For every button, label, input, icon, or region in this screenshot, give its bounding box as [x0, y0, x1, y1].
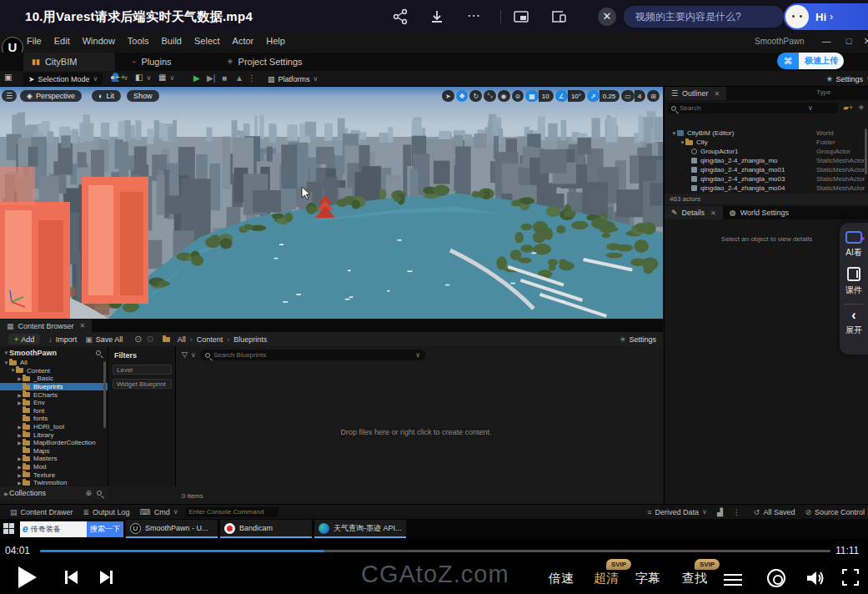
tree-item[interactable]: ▶Mod	[0, 463, 108, 471]
tree-item[interactable]: ▶Masters	[0, 455, 108, 463]
taskbar-item-weather-api[interactable]: 天气查询-墨迹 API...	[314, 520, 406, 538]
world-space-icon[interactable]: ◉	[498, 90, 510, 102]
tree-item[interactable]: ▶ECharts	[0, 390, 108, 399]
close-tab-icon[interactable]: ✕	[80, 322, 86, 330]
console-command-input[interactable]: Enter Console Command	[185, 507, 278, 517]
outliner-row[interactable]: ▼ City Folder	[665, 138, 865, 147]
menu-help[interactable]: Help	[266, 36, 285, 46]
menu-window[interactable]: Window	[83, 36, 115, 46]
ai-watch-button[interactable]: AI看	[840, 231, 868, 259]
playback-speed-button[interactable]: 倍速	[549, 571, 574, 586]
new-folder-icon[interactable]: ▰+	[843, 103, 853, 112]
tree-item[interactable]: ▶Library	[0, 430, 108, 439]
tab-content-browser[interactable]: ▦ Content Browser ✕	[0, 320, 92, 332]
move-tool-icon[interactable]: ✥	[456, 90, 469, 102]
show-dropdown[interactable]: Show	[127, 90, 159, 102]
close-tab-icon[interactable]: ✕	[715, 90, 720, 98]
expander-icon[interactable]: ▼	[680, 140, 685, 145]
scale-tool-icon[interactable]: ⤡	[484, 90, 495, 102]
outliner-row[interactable]: qingdao_2-4_zhangla_mo StaticMeshActor	[665, 156, 865, 165]
selection-mode-dropdown[interactable]: ➤ Selection Mode ∨	[23, 73, 103, 85]
assistant-pill[interactable]: Hi ›	[784, 3, 868, 30]
mini-player-icon[interactable]	[550, 8, 567, 25]
search-go-button[interactable]: 搜索一下	[87, 521, 123, 537]
scale-snap-value[interactable]: 0.25	[600, 90, 620, 102]
content-drawer-button[interactable]: ▤ Content Drawer	[10, 508, 73, 516]
tree-item[interactable]: ▼All	[0, 359, 108, 367]
tab-outliner[interactable]: ☰ Outliner ✕	[665, 87, 726, 100]
grid-snap-icon[interactable]: ▦	[525, 90, 539, 102]
derived-data-button[interactable]: ≡ Derived Data ∨	[647, 508, 707, 516]
menu-edit[interactable]: Edit	[54, 36, 70, 46]
tab-details[interactable]: ✎ Details ✕	[665, 206, 723, 219]
share-icon[interactable]	[392, 8, 409, 25]
filter-level[interactable]: Level	[113, 365, 172, 375]
stats-icon[interactable]: ▟	[717, 508, 723, 516]
viewport-menu-icon[interactable]: ☰	[2, 90, 17, 102]
tree-item[interactable]: ▶_Basic	[0, 375, 108, 383]
play-button[interactable]	[18, 566, 37, 588]
tree-item[interactable]: ▶Twinmotion	[0, 479, 108, 486]
menu-select[interactable]: Select	[194, 36, 220, 46]
add-button[interactable]: + Add	[8, 334, 40, 345]
close-icon[interactable]: ✕	[598, 8, 616, 26]
close-tab-icon[interactable]: ✕	[710, 209, 716, 217]
save-icon[interactable]: ▣	[4, 73, 12, 82]
tree-item[interactable]: Maps	[0, 447, 108, 456]
outliner-settings-icon[interactable]: ✳	[858, 103, 865, 112]
perspective-dropdown[interactable]: ◈ Perspective	[20, 90, 82, 102]
tree-item[interactable]: ▼Content	[0, 367, 108, 375]
expander-icon[interactable]: ▼	[671, 131, 677, 136]
ai-question-input[interactable]: 视频的主要内容是什么?	[624, 6, 784, 28]
windows-start-icon[interactable]	[3, 523, 15, 535]
add-actor-icon[interactable]: ●+∨	[110, 73, 128, 82]
tab-plugins[interactable]: ⌁ Plugins	[123, 53, 180, 71]
subtitles-button[interactable]: 字幕	[635, 571, 660, 586]
quality-button[interactable]: 超清	[594, 571, 619, 586]
breadcrumb-all[interactable]: All	[178, 335, 186, 344]
picture-in-picture-icon[interactable]	[513, 8, 529, 25]
previous-button[interactable]	[65, 571, 78, 584]
progress-bar[interactable]	[40, 550, 830, 552]
grid-snap-value[interactable]: 10	[539, 90, 554, 102]
filter-widget-blueprint[interactable]: Widget Blueprint	[113, 379, 172, 389]
source-control-button[interactable]: ⊘ Source Control	[805, 508, 865, 516]
blueprints-icon[interactable]: ◧∨	[135, 73, 151, 82]
outliner-row[interactable]: ▼ CityBIM (Editor) World	[665, 128, 865, 138]
tree-item[interactable]: ▶Env	[0, 399, 108, 407]
surface-snap-icon[interactable]: ⊜	[512, 90, 524, 102]
filter-funnel-icon[interactable]: ▽∨	[182, 350, 196, 359]
search-icon[interactable]	[97, 491, 102, 496]
outliner-row[interactable]: qingdao_2-4_zhangla_mo04 StaticMeshActor	[665, 184, 865, 193]
rotate-tool-icon[interactable]: ↻	[469, 90, 482, 102]
more-icon[interactable]: ⋯	[465, 8, 482, 25]
rotation-snap-icon[interactable]: ∠	[555, 90, 568, 102]
all-saved-indicator[interactable]: ↺ All Saved	[754, 508, 795, 516]
sources-root[interactable]: ▼ SmoothPawn	[0, 346, 108, 359]
menu-tools[interactable]: Tools	[128, 36, 149, 46]
menu-actor[interactable]: Actor	[233, 36, 254, 46]
camera-speed-value[interactable]: 4	[635, 90, 645, 102]
tab-project-settings[interactable]: ✳ Project Settings	[218, 53, 311, 71]
breadcrumb-content[interactable]: Content	[197, 335, 223, 344]
maximize-viewport-icon[interactable]: ⊞	[647, 90, 660, 102]
collections-bar[interactable]: ▶ Collections ⊕	[0, 486, 108, 500]
next-button[interactable]	[100, 571, 113, 584]
courseware-button[interactable]: 课件	[840, 267, 868, 296]
tab-citybim[interactable]: ▮▮ CityBIM	[23, 53, 115, 71]
save-all-button[interactable]: ▣ Save All	[85, 335, 123, 344]
asset-search[interactable]: ∨	[200, 350, 425, 360]
scale-snap-icon[interactable]: ⇗	[587, 90, 600, 102]
camera-speed-icon[interactable]: ▭	[621, 90, 635, 102]
forward-icon[interactable]: ⊙	[147, 334, 154, 345]
find-button[interactable]: 查找	[682, 571, 707, 586]
maximize-icon[interactable]: □	[842, 36, 855, 46]
search-icon[interactable]	[96, 350, 101, 355]
breadcrumb-blueprints[interactable]: Blueprints	[233, 335, 267, 344]
tree-item[interactable]: ▶HDRI_tool	[0, 423, 108, 431]
asset-search-input[interactable]	[213, 351, 397, 359]
cb-settings-button[interactable]: ✳ Settings	[620, 335, 656, 344]
column-type[interactable]: Type	[816, 88, 830, 96]
tree-item[interactable]: fonts	[0, 415, 108, 423]
cmd-dropdown[interactable]: ⌨ Cmd ∨	[140, 508, 178, 516]
